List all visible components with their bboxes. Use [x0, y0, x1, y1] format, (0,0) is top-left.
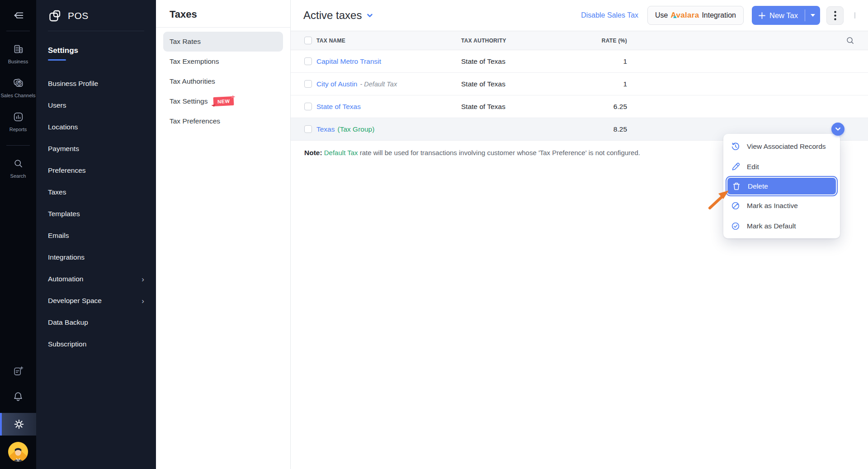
avalara-integration-button[interactable]: Use Avalara Integration: [647, 6, 744, 25]
tax-authority-cell: State of Texas: [461, 57, 553, 66]
kebab-icon: [834, 11, 836, 20]
sidebar-item-locations[interactable]: Locations: [48, 116, 144, 138]
sidebar-item-preferences[interactable]: Preferences: [48, 160, 144, 181]
row-checkbox[interactable]: [304, 80, 312, 88]
caret-down-icon: [811, 14, 815, 17]
more-actions-button[interactable]: [826, 6, 844, 25]
tax-name-link[interactable]: Texas: [316, 125, 335, 133]
sidebar-item-subscription[interactable]: Subscription: [48, 333, 144, 355]
row-checkbox[interactable]: [304, 103, 312, 110]
row-checkbox[interactable]: [304, 125, 312, 133]
table-search-button[interactable]: [846, 36, 854, 47]
tax-name-link[interactable]: Capital Metro Transit: [316, 57, 381, 65]
rail-item-business[interactable]: Business: [0, 43, 36, 65]
rail-item-sales-channels[interactable]: $ Sales Channels: [0, 76, 36, 99]
menu-item-label: Delete: [748, 182, 768, 190]
section-title: Settings: [48, 46, 144, 55]
sidebar-item-integrations[interactable]: Integrations: [48, 246, 144, 268]
sidebar-item-data-backup[interactable]: Data Backup: [48, 312, 144, 333]
row-context-menu: View Associated Records Edit Delete: [723, 134, 840, 238]
tax-group-tag: (Tax Group): [338, 125, 375, 133]
history-icon: [731, 142, 740, 151]
table-row[interactable]: City of Austin- Default Tax State of Tex…: [291, 73, 868, 95]
tax-name-link[interactable]: State of Texas: [316, 103, 361, 110]
column-header-tax-authority: TAX AUTHORITY: [461, 38, 553, 44]
sidebar-item-taxes[interactable]: Taxes: [48, 181, 144, 203]
divider: [6, 145, 30, 146]
rail-bottom-cluster: [0, 365, 36, 469]
new-tax-button[interactable]: New Tax: [752, 6, 805, 25]
gear-icon: [13, 418, 25, 431]
taxes-subnav: Taxes Tax Rates Tax Exemptions Tax Autho…: [156, 0, 291, 469]
default-tax-tag: - Default Tax: [360, 81, 397, 88]
column-header-tax-name: TAX NAME: [316, 38, 461, 44]
divider: [6, 31, 30, 31]
view-switcher[interactable]: Active taxes: [303, 9, 373, 22]
subnav-item-tax-rates[interactable]: Tax Rates: [163, 32, 283, 52]
rail-item-reports[interactable]: Reports: [0, 111, 36, 133]
main-header: Active taxes Disable Sales Tax Use Avala…: [291, 0, 868, 31]
divider: [156, 27, 290, 28]
new-badge: NEW: [213, 96, 234, 106]
panel-resize-handle: [854, 12, 855, 19]
page-title: Active taxes: [303, 9, 362, 22]
chevron-right-icon: ›: [142, 275, 144, 283]
menu-item-mark-as-inactive[interactable]: Mark as Inactive: [723, 195, 840, 216]
row-actions-button[interactable]: [831, 123, 844, 136]
menu-item-edit[interactable]: Edit: [723, 156, 840, 177]
tax-authority-cell: State of Texas: [461, 80, 553, 88]
app-header: POS: [48, 0, 144, 23]
settings-rail-button[interactable]: [0, 413, 36, 436]
search-icon: [846, 36, 854, 45]
divider: [48, 31, 144, 31]
tax-name-link[interactable]: City of Austin: [316, 80, 357, 88]
sidebar-item-users[interactable]: Users: [48, 95, 144, 116]
user-avatar[interactable]: [8, 441, 28, 462]
sidebar-item-payments[interactable]: Payments: [48, 138, 144, 160]
sidebar-item-developer-space[interactable]: Developer Space ›: [48, 290, 144, 312]
app-title: POS: [68, 10, 89, 21]
sidebar-item-emails[interactable]: Emails: [48, 225, 144, 246]
table-row[interactable]: State of Texas State of Texas 6.25: [291, 95, 868, 118]
sales-channels-icon: $: [12, 76, 24, 89]
bell-icon: [12, 390, 24, 403]
chevron-down-icon: [835, 126, 841, 133]
column-header-rate: RATE (%): [553, 38, 627, 44]
chevron-right-icon: ›: [142, 297, 144, 305]
pencil-icon: [731, 162, 740, 171]
check-circle-icon: [731, 222, 740, 231]
disable-sales-tax-link[interactable]: Disable Sales Tax: [581, 11, 638, 19]
rail-item-label: Search: [10, 173, 26, 179]
svg-text:$: $: [19, 82, 20, 85]
notifications-button[interactable]: [12, 390, 24, 405]
sidebar-item-templates[interactable]: Templates: [48, 203, 144, 225]
new-tax-dropdown-button[interactable]: [805, 6, 820, 25]
collapse-sidebar-button[interactable]: [0, 0, 36, 31]
panel-title: Taxes: [163, 0, 283, 20]
menu-item-view-associated-records[interactable]: View Associated Records: [723, 136, 840, 156]
table-row[interactable]: Capital Metro Transit State of Texas 1: [291, 50, 868, 73]
subnav-item-tax-settings[interactable]: Tax Settings NEW: [163, 91, 283, 111]
sidebar-item-business-profile[interactable]: Business Profile: [48, 73, 144, 95]
select-all-checkbox[interactable]: [304, 37, 312, 44]
chevron-down-icon: [366, 12, 373, 19]
pointer-arrow-cursor: [706, 185, 736, 212]
rail-item-label: Business: [8, 58, 28, 65]
section-underline: [48, 59, 66, 61]
icon-rail: Business $ Sales Channels Reports Searc: [0, 0, 36, 469]
subnav-item-tax-preferences[interactable]: Tax Preferences: [163, 111, 283, 131]
menu-item-mark-as-default[interactable]: Mark as Default: [723, 216, 840, 236]
search-icon: [12, 157, 24, 170]
refer-contact-button[interactable]: [12, 365, 24, 379]
subnav-item-tax-exemptions[interactable]: Tax Exemptions: [163, 52, 283, 71]
rail-item-search[interactable]: Search: [0, 157, 36, 179]
row-checkbox[interactable]: [304, 57, 312, 65]
header-actions: Disable Sales Tax Use Avalara Integratio…: [581, 6, 844, 25]
rate-cell: 1: [553, 57, 627, 66]
menu-item-delete[interactable]: Delete: [726, 177, 837, 195]
reports-icon: [12, 111, 24, 123]
subnav-item-tax-authorities[interactable]: Tax Authorities: [163, 71, 283, 91]
sidebar-item-automation[interactable]: Automation ›: [48, 268, 144, 290]
new-tax-split-button: New Tax: [752, 6, 820, 25]
business-icon: [12, 43, 24, 55]
